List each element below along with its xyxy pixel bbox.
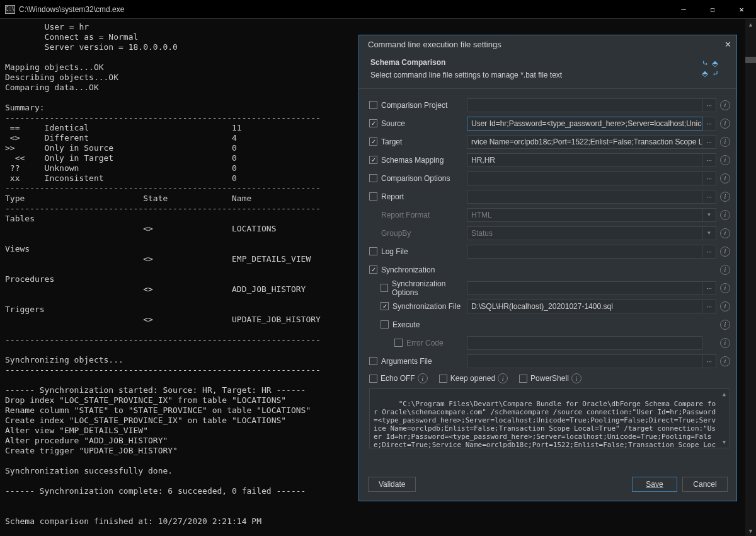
sync-options-checkbox[interactable] [381,284,388,292]
keep-opened-checkbox[interactable] [439,375,447,383]
info-icon[interactable]: i [720,192,730,202]
schemas-mapping-browse[interactable]: ··· [702,153,716,167]
arguments-file-browse[interactable]: ··· [702,354,716,368]
report-checkbox[interactable] [369,192,377,201]
schemas-mapping-checkbox[interactable] [369,156,377,164]
sync-options-browse[interactable]: ··· [702,281,716,295]
dialog-title: Command line execution file settings [368,40,501,49]
info-icon[interactable]: i [571,373,581,383]
report-format-label: Report Format [381,211,430,219]
target-checkbox[interactable] [369,137,377,146]
info-icon[interactable]: i [720,119,730,129]
comparison-project-checkbox[interactable] [369,101,377,109]
error-code-label: Error Code [406,339,444,347]
scrollbar-thumb[interactable] [745,57,756,63]
log-file-browse[interactable]: ··· [702,245,716,259]
info-icon[interactable]: i [720,228,730,238]
error-code-checkbox[interactable] [394,339,403,347]
powershell-checkbox[interactable] [519,375,527,383]
window-title: C:\Windows\system32\cmd.exe [19,5,124,14]
log-file-checkbox[interactable] [369,247,377,255]
source-browse[interactable]: ··· [702,117,716,131]
info-icon[interactable]: i [720,301,730,312]
sync-file-checkbox[interactable] [381,302,389,310]
source-checkbox[interactable] [369,119,377,127]
command-text-output[interactable]: "C:\Program Files\Devart\Compare Bundle … [369,388,730,448]
comparison-project-input[interactable] [467,98,702,112]
group-by-label: GroupBy [381,229,411,238]
report-format-select[interactable]: HTML [467,208,702,222]
group-by-select[interactable]: Status [467,226,702,240]
cmd-icon: C:\ [5,5,15,14]
source-input[interactable]: User Id=hr;Password=<type_password_here>… [467,117,702,131]
save-button[interactable]: Save [632,477,677,492]
arguments-file-input[interactable] [467,354,702,368]
comparison-options-input[interactable] [467,172,702,185]
schemas-mapping-input[interactable]: HR,HR [467,153,702,167]
arguments-file-label: Arguments File [381,357,432,366]
scroll-up-icon[interactable]: ▲ [719,389,730,400]
scroll-up-icon[interactable]: ▲ [745,19,756,30]
synchronization-checkbox[interactable] [369,265,377,274]
info-icon[interactable]: i [720,247,730,257]
info-icon[interactable]: i [720,283,730,293]
info-icon[interactable]: i [418,373,428,383]
powershell-label: PowerShell [530,374,569,383]
error-code-input[interactable] [467,336,702,350]
info-icon[interactable]: i [720,155,730,165]
info-icon[interactable]: i [720,210,730,220]
target-input[interactable]: rvice Name=orclpdb18c;Port=1522;Enlist=F… [467,135,702,149]
sync-file-label: Synchronization File [392,302,461,311]
keep-opened-label: Keep opened [450,374,495,383]
synchronization-label: Synchronization [381,265,435,274]
settings-dialog: Command line execution file settings ✕ S… [358,35,737,501]
log-file-input[interactable] [467,245,702,259]
chevron-down-icon[interactable]: ▼ [702,208,716,222]
scroll-down-icon[interactable]: ▼ [745,525,756,536]
chevron-down-icon[interactable]: ▼ [702,226,716,240]
comparison-options-browse[interactable]: ··· [702,172,716,185]
window-titlebar: C:\ C:\Windows\system32\cmd.exe ─ ☐ ✕ [0,0,756,19]
info-icon[interactable]: i [720,338,730,348]
validate-button[interactable]: Validate [368,477,416,492]
report-browse[interactable]: ··· [702,190,716,204]
info-icon[interactable]: i [720,356,730,366]
scroll-down-icon[interactable]: ▼ [719,437,730,448]
close-button[interactable]: ✕ [727,0,756,19]
dialog-close-icon[interactable]: ✕ [724,40,731,49]
execute-label: Execute [392,320,420,329]
log-file-label: Log File [381,247,408,256]
comparison-options-label: Comparison Options [381,174,450,183]
source-label: Source [381,119,405,128]
dialog-section-subtitle: Select command line file settings to man… [370,71,697,79]
dialog-section-title: Schema Comparison [370,58,697,67]
cancel-button[interactable]: Cancel [682,477,728,492]
info-icon[interactable]: i [720,265,730,275]
schemas-mapping-label: Schemas Mapping [381,156,444,165]
comparison-project-label: Comparison Project [381,101,447,110]
minimize-button[interactable]: ─ [669,0,698,19]
scrollbar-track[interactable]: ▲ ▼ [745,19,756,536]
execute-checkbox[interactable] [381,320,389,329]
sync-file-browse[interactable]: ··· [702,300,716,313]
schema-compare-icon: ⤷⬘⬘⤶ [697,58,725,79]
target-label: Target [381,137,402,146]
sync-options-input[interactable] [467,281,702,295]
comparison-options-checkbox[interactable] [369,174,377,182]
echo-off-checkbox[interactable] [369,375,377,383]
info-icon[interactable]: i [720,320,730,330]
arguments-file-checkbox[interactable] [369,357,377,365]
sync-options-label: Synchronization Options [392,279,467,297]
info-icon[interactable]: i [720,137,730,147]
info-icon[interactable]: i [498,373,508,383]
sync-file-input[interactable]: D:\SQL\HR(localhost)_20201027-1400.sql [467,300,702,313]
echo-off-label: Echo OFF [381,374,415,383]
target-browse[interactable]: ··· [702,135,716,149]
comparison-project-browse[interactable]: ··· [702,98,716,112]
info-icon[interactable]: i [720,173,730,184]
report-input[interactable] [467,190,702,204]
info-icon[interactable]: i [720,100,730,110]
report-label: Report [381,192,404,201]
maximize-button[interactable]: ☐ [698,0,727,19]
